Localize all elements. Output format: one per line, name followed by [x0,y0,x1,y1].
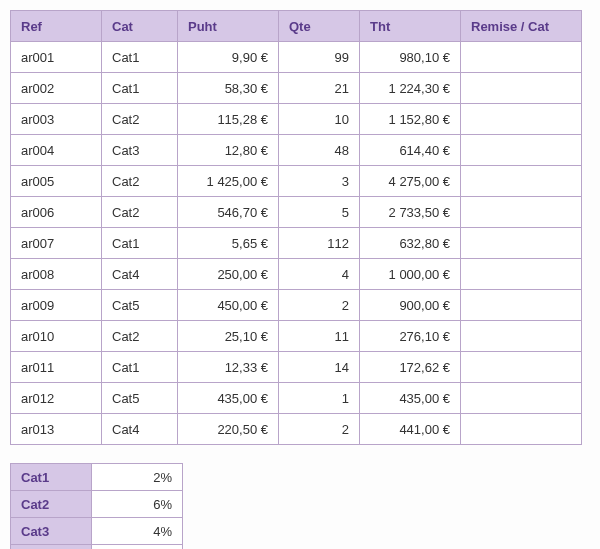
table-row: ar012Cat5435,00 €1435,00 € [11,383,582,414]
header-cat: Cat [102,11,178,42]
cell-remise [461,352,582,383]
cell-tht: 441,00 € [360,414,461,445]
cell-remise [461,414,582,445]
cell-tht: 2 733,50 € [360,197,461,228]
cell-ref: ar007 [11,228,102,259]
discount-row: Cat48% [11,545,183,550]
cell-puht: 9,90 € [178,42,279,73]
cell-cat: Cat1 [102,352,178,383]
cell-remise [461,197,582,228]
table-row: ar013Cat4220,50 €2441,00 € [11,414,582,445]
cell-cat: Cat1 [102,228,178,259]
discount-cat: Cat1 [11,464,92,491]
cell-puht: 12,80 € [178,135,279,166]
cell-puht: 250,00 € [178,259,279,290]
table-row: ar003Cat2115,28 €101 152,80 € [11,104,582,135]
cell-ref: ar003 [11,104,102,135]
cell-qte: 14 [279,352,360,383]
table-row: ar009Cat5450,00 €2900,00 € [11,290,582,321]
cell-qte: 2 [279,414,360,445]
cell-ref: ar011 [11,352,102,383]
cell-qte: 4 [279,259,360,290]
cell-ref: ar004 [11,135,102,166]
discount-cat: Cat4 [11,545,92,550]
cell-remise [461,290,582,321]
cell-tht: 1 000,00 € [360,259,461,290]
cell-tht: 900,00 € [360,290,461,321]
cell-ref: ar009 [11,290,102,321]
cell-cat: Cat2 [102,197,178,228]
header-remise: Remise / Cat [461,11,582,42]
cell-cat: Cat5 [102,290,178,321]
table-row: ar005Cat21 425,00 €34 275,00 € [11,166,582,197]
cell-qte: 1 [279,383,360,414]
cell-tht: 980,10 € [360,42,461,73]
cell-cat: Cat1 [102,73,178,104]
cell-cat: Cat5 [102,383,178,414]
cell-ref: ar001 [11,42,102,73]
cell-puht: 1 425,00 € [178,166,279,197]
cell-puht: 450,00 € [178,290,279,321]
cell-tht: 4 275,00 € [360,166,461,197]
cell-puht: 58,30 € [178,73,279,104]
discount-pct: 4% [92,518,183,545]
table-row: ar001Cat19,90 €99980,10 € [11,42,582,73]
table-row: ar002Cat158,30 €211 224,30 € [11,73,582,104]
cell-tht: 614,40 € [360,135,461,166]
table-row: ar004Cat312,80 €48614,40 € [11,135,582,166]
cell-remise [461,73,582,104]
cell-remise [461,228,582,259]
discount-cat: Cat3 [11,518,92,545]
cell-puht: 25,10 € [178,321,279,352]
cell-puht: 220,50 € [178,414,279,445]
discount-row: Cat12% [11,464,183,491]
cell-ref: ar008 [11,259,102,290]
cell-ref: ar012 [11,383,102,414]
main-table: Ref Cat Puht Qte Tht Remise / Cat ar001C… [10,10,582,445]
table-row: ar010Cat225,10 €11276,10 € [11,321,582,352]
cell-qte: 112 [279,228,360,259]
cell-remise [461,135,582,166]
cell-tht: 632,80 € [360,228,461,259]
cell-remise [461,383,582,414]
main-table-header-row: Ref Cat Puht Qte Tht Remise / Cat [11,11,582,42]
cell-ref: ar010 [11,321,102,352]
cell-tht: 172,62 € [360,352,461,383]
cell-puht: 546,70 € [178,197,279,228]
table-row: ar006Cat2546,70 €52 733,50 € [11,197,582,228]
cell-cat: Cat2 [102,166,178,197]
table-row: ar011Cat112,33 €14172,62 € [11,352,582,383]
cell-tht: 435,00 € [360,383,461,414]
discount-pct: 2% [92,464,183,491]
discount-cat: Cat2 [11,491,92,518]
discount-row: Cat34% [11,518,183,545]
cell-remise [461,42,582,73]
cell-remise [461,259,582,290]
discount-table: Cat12%Cat26%Cat34%Cat48%Cat510% [10,463,183,549]
discount-pct: 8% [92,545,183,550]
cell-cat: Cat2 [102,104,178,135]
cell-remise [461,104,582,135]
header-puht: Puht [178,11,279,42]
cell-cat: Cat2 [102,321,178,352]
cell-qte: 48 [279,135,360,166]
cell-ref: ar002 [11,73,102,104]
cell-ref: ar013 [11,414,102,445]
cell-ref: ar005 [11,166,102,197]
header-ref: Ref [11,11,102,42]
discount-row: Cat26% [11,491,183,518]
cell-puht: 115,28 € [178,104,279,135]
cell-cat: Cat1 [102,42,178,73]
header-qte: Qte [279,11,360,42]
cell-qte: 99 [279,42,360,73]
cell-qte: 3 [279,166,360,197]
cell-puht: 5,65 € [178,228,279,259]
cell-cat: Cat4 [102,414,178,445]
header-tht: Tht [360,11,461,42]
table-row: ar007Cat15,65 €112632,80 € [11,228,582,259]
cell-cat: Cat3 [102,135,178,166]
cell-qte: 11 [279,321,360,352]
table-row: ar008Cat4250,00 €41 000,00 € [11,259,582,290]
cell-puht: 435,00 € [178,383,279,414]
cell-ref: ar006 [11,197,102,228]
